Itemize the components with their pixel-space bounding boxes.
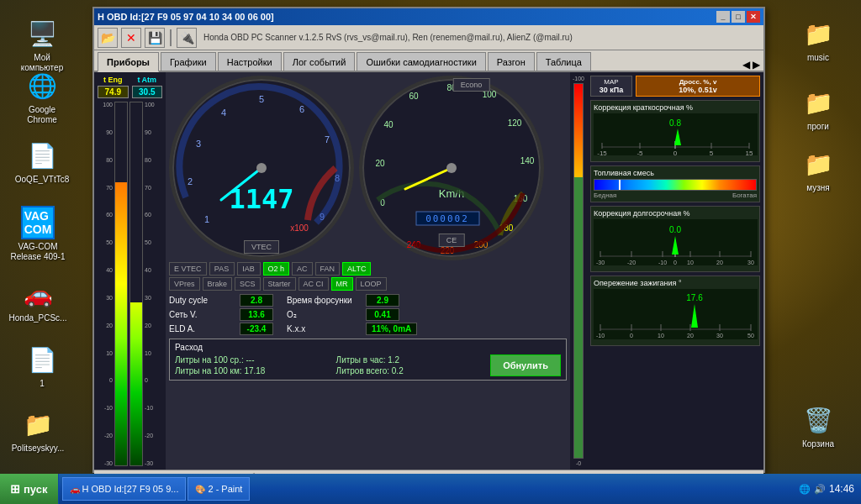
teng-label: t Eng — [98, 76, 129, 84]
toolbar-open-btn[interactable]: 📂 — [98, 28, 118, 48]
tatm-bar — [129, 102, 143, 466]
ind-starter[interactable]: Starter — [263, 277, 296, 291]
temp-bars: 1009080706050403020100-10-20-30 10090807… — [98, 102, 162, 466]
vert-bar-fill — [574, 177, 583, 458]
toplivnaya-box: Топливная смесь Бедная Богатая — [590, 165, 760, 202]
minimize-button[interactable]: _ — [716, 11, 730, 23]
ind-ac[interactable]: AC — [292, 262, 313, 276]
ind-evtec[interactable]: E VTEC — [169, 262, 207, 276]
ind-acci[interactable]: AC CI — [298, 277, 329, 291]
svg-text:30: 30 — [716, 333, 723, 339]
reset-button[interactable]: Обнулить — [490, 354, 561, 376]
toolbar-logo-text: Honda OBD PC Scanner v.1.2.5 RvS (rvs_vs… — [203, 33, 573, 42]
honda-icon: 🚗 — [21, 277, 55, 311]
ind-pas[interactable]: PAS — [209, 262, 235, 276]
tab-nastroyki[interactable]: Настройки — [218, 52, 282, 71]
set-v-row: Сеть V. 13.6 — [169, 308, 273, 321]
taskbar-item-paint[interactable]: 🎨 2 - Paint — [188, 477, 250, 501]
ind-brake[interactable]: Brake — [203, 277, 233, 291]
chrome-label: Google Chrome — [13, 105, 71, 125]
korzina-icon: 🗑️ — [801, 403, 835, 437]
tab-razgon[interactable]: Разгон — [488, 52, 535, 71]
ce-button[interactable]: CE — [439, 234, 465, 247]
ind-iab[interactable]: IAB — [237, 262, 261, 276]
tab-oshibki[interactable]: Ошибки самодиагностики — [357, 52, 485, 71]
econo-button[interactable]: Econo — [453, 78, 490, 92]
toplivnaya-title: Топливная смесь — [594, 169, 757, 177]
start-button[interactable]: ⊞ пуск — [0, 474, 59, 504]
obd-taskbar-icon: 🚗 — [70, 485, 80, 494]
volume-icon: 🔊 — [814, 484, 826, 495]
ind-loop[interactable]: LOOP — [356, 277, 387, 291]
desktop-icon-ooqe[interactable]: 📄 OoQE_VTtTc8 — [13, 139, 71, 185]
svg-text:60: 60 — [409, 92, 419, 101]
desktop-icon-music[interactable]: 📁 music — [789, 17, 848, 63]
tab-tablica[interactable]: Таблица — [536, 52, 591, 71]
app-window: H OBD Id:[27 F9 05 97 04 10 34 00 06 00]… — [92, 7, 765, 473]
right-panel: MAP 30 кПа Дросс. %, v 10%, 0.51v Коррек… — [587, 72, 763, 470]
tab-nav[interactable]: ◀ ▶ — [742, 59, 760, 71]
toolbar-delete-btn[interactable]: ✕ — [121, 28, 141, 48]
mixture-bar — [594, 179, 757, 191]
svg-text:20: 20 — [716, 260, 723, 265]
ind-mr[interactable]: MR — [331, 277, 353, 291]
svg-text:-5: -5 — [637, 150, 643, 155]
toolbar: 📂 ✕ 💾 🔌 Honda OBD PC Scanner v.1.2.5 RvS… — [94, 25, 763, 50]
muznya-icon: 📁 — [801, 147, 835, 181]
svg-text:0: 0 — [673, 150, 678, 155]
ind-fan[interactable]: FAN — [315, 262, 341, 276]
desktop-icon-politsey[interactable]: 📁 Politseyskyy... — [8, 407, 67, 454]
kxx-label: K.x.x — [287, 324, 362, 333]
duty-cycle-value: 2.8 — [240, 294, 273, 307]
tab-grafiki[interactable]: Графики — [161, 52, 216, 71]
ind-vpres[interactable]: VPres — [169, 277, 200, 291]
chrome-icon: 🌐 — [25, 69, 59, 102]
desktop-icon-progi-right[interactable]: 📁 проги — [789, 86, 848, 132]
kxx-row: K.x.x 11%, 0mA — [287, 323, 417, 335]
svg-text:0.8: 0.8 — [669, 118, 681, 128]
tatm-bar-mask — [130, 102, 142, 302]
desktop-icon-korzina[interactable]: 🗑️ Корзина — [789, 403, 848, 449]
desktop-icon-muznya[interactable]: 📁 музня — [789, 147, 848, 193]
ind-o2h[interactable]: O2 h — [263, 262, 290, 276]
raskhod-section: Расход Литры на 100 ср.: --- Литры в час… — [169, 339, 567, 381]
korzina-label: Корзина — [802, 439, 834, 449]
progi-right-label: проги — [807, 122, 829, 132]
desktop-icon-honda[interactable]: 🚗 Honda_PCSc... — [8, 277, 67, 323]
vremya-row: Время форсунки 2.9 — [287, 294, 417, 307]
title-bar-buttons: _ □ ✕ — [716, 11, 760, 23]
korr-dolg-gauge: -30 -20 -10 0 10 20 30 0.0 — [594, 219, 758, 265]
o2-value: 0.41 — [366, 308, 399, 321]
desktop-icon-chrome[interactable]: 🌐 Google Chrome — [13, 69, 71, 125]
mixture-indicator — [619, 180, 621, 190]
desktop-icon-1[interactable]: 📄 1 — [13, 343, 71, 389]
ind-altc[interactable]: ALTC — [342, 262, 371, 276]
toolbar-connect-btn[interactable]: 🔌 — [177, 28, 197, 48]
rpm-gauge-container: 1 2 3 4 5 6 7 8 9 x100 — [169, 76, 354, 260]
toolbar-save-btn[interactable]: 💾 — [145, 28, 165, 48]
svg-text:3: 3 — [196, 139, 201, 149]
speed-gauge-container: 0 20 40 60 80 100 120 140 160 180 200 22… — [359, 76, 544, 260]
tatm-label: t Atm — [132, 76, 163, 84]
close-button[interactable]: ✕ — [747, 11, 760, 23]
maximize-button[interactable]: □ — [732, 11, 745, 23]
tab-log[interactable]: Лог событий — [283, 52, 356, 71]
duty-cycle-row: Duty cycle 2.8 — [169, 294, 273, 307]
vtec-button[interactable]: VTEC — [244, 240, 279, 254]
o2-row: O₂ 0.41 — [287, 308, 417, 321]
svg-text:5: 5 — [259, 94, 264, 104]
raskhod-title: Расход — [175, 343, 561, 352]
tab-pribory[interactable]: Приборы — [98, 52, 159, 72]
desktop-icon-vagcom[interactable]: VAGCOM VAG-COM Release 409-1 — [8, 206, 67, 262]
music-icon: 📁 — [801, 17, 835, 50]
taskbar-item-obd[interactable]: 🚗 H OBD Id:[27 F9 05 9... — [62, 477, 187, 501]
desktop-icon-my-computer[interactable]: 🖥️ Мой компьютер — [13, 17, 71, 73]
svg-text:10: 10 — [658, 333, 664, 339]
svg-text:0: 0 — [630, 333, 633, 339]
teng-value: 74.9 — [98, 86, 129, 98]
svg-text:-15: -15 — [597, 150, 607, 155]
vremya-value: 2.9 — [366, 294, 399, 307]
tab-bar: Приборы Графики Настройки Лог событий Ош… — [94, 50, 763, 72]
svg-text:15: 15 — [746, 150, 753, 155]
ind-scs[interactable]: SCS — [235, 277, 261, 291]
